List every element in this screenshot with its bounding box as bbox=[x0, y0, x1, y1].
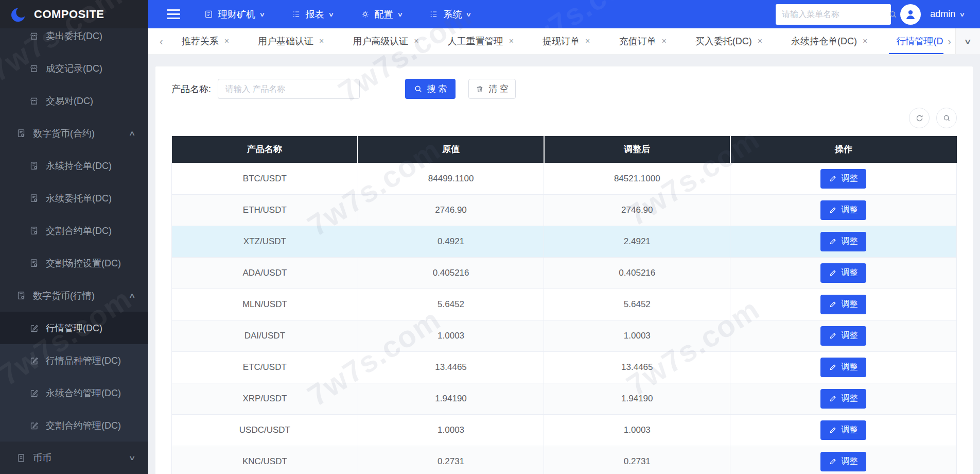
tab-label: 永续持仓单(DC) bbox=[791, 35, 857, 47]
table-row: USDC/USDT 1.0003 1.0003 调整 bbox=[172, 414, 957, 446]
username: admin bbox=[930, 9, 955, 20]
cell-actions: 调整 bbox=[730, 163, 957, 194]
tab[interactable]: 充值订单 × bbox=[604, 28, 680, 54]
sidebar-item[interactable]: 币币 ∨ bbox=[0, 442, 148, 474]
cell-adjusted-value: 13.4465 bbox=[544, 351, 730, 383]
sidebar-item[interactable]: 交割合约单(DC) bbox=[0, 214, 148, 247]
sidebar-item-label: 行情管理(DC) bbox=[46, 322, 102, 334]
user-menu[interactable]: admin ∨ bbox=[930, 9, 965, 20]
tab-label: 提现订单 bbox=[542, 35, 580, 47]
sidebar-item[interactable]: 永续持仓单(DC) bbox=[0, 149, 148, 182]
system-icon bbox=[429, 9, 439, 19]
adjust-button[interactable]: 调整 bbox=[820, 420, 866, 440]
cell-adjusted-value: 1.0003 bbox=[544, 320, 730, 351]
top-navbar: COMPOSITE 理财矿机 ∨ 报表 ∨ 配置 ∨ 系统 ∨ bbox=[0, 0, 980, 28]
sidebar-item[interactable]: 卖出委托(DC) bbox=[0, 28, 148, 52]
tab-close-icon[interactable]: × bbox=[585, 37, 590, 46]
tab-close-icon[interactable]: × bbox=[319, 37, 324, 46]
cell-original-value: 1.94190 bbox=[358, 383, 544, 414]
table-row: MLN/USDT 5.6452 5.6452 调整 bbox=[172, 289, 957, 320]
tab[interactable]: 用户基础认证 × bbox=[243, 28, 338, 54]
gear-icon bbox=[360, 9, 370, 19]
tab-close-icon[interactable]: × bbox=[509, 37, 514, 46]
tab[interactable]: 行情管理(DC) × bbox=[882, 28, 943, 54]
search-icon[interactable] bbox=[888, 10, 898, 19]
menu-search-box[interactable] bbox=[776, 4, 891, 25]
tab-close-icon[interactable]: × bbox=[224, 37, 229, 46]
clear-button[interactable]: 清 空 bbox=[468, 79, 516, 99]
tab-bar: ‹ 推荐关系 × 用户基础认证 × 用户高级认证 × 人工重置管理 × 提现订单… bbox=[148, 28, 980, 55]
tab[interactable]: 永续持仓单(DC) × bbox=[777, 28, 882, 54]
adjust-button[interactable]: 调整 bbox=[820, 358, 866, 377]
adjust-button-label: 调整 bbox=[842, 362, 858, 373]
tab-close-icon[interactable]: × bbox=[661, 37, 666, 46]
tabs-scroll-right-icon[interactable]: › bbox=[943, 36, 955, 47]
tab[interactable]: 用户高级认证 × bbox=[338, 28, 433, 54]
table-toolbar bbox=[171, 108, 957, 128]
cell-product: DAI/USDT bbox=[172, 320, 358, 351]
tab-close-icon[interactable]: × bbox=[863, 37, 867, 46]
tabs-scroll-left-icon[interactable]: ‹ bbox=[155, 36, 167, 47]
adjust-button-label: 调整 bbox=[842, 456, 858, 467]
chevron-down-icon: ∨ bbox=[959, 11, 965, 18]
column-search-icon[interactable] bbox=[936, 108, 957, 128]
top-menu-item[interactable]: 系统 ∨ bbox=[429, 8, 471, 21]
product-name-input[interactable] bbox=[218, 79, 360, 99]
top-menu-item[interactable]: 报表 ∨ bbox=[291, 8, 334, 21]
top-menu-item[interactable]: 理财矿机 ∨ bbox=[204, 8, 265, 21]
adjust-button[interactable]: 调整 bbox=[820, 295, 866, 314]
adjust-button[interactable]: 调整 bbox=[820, 263, 866, 283]
top-menu-item[interactable]: 配置 ∨ bbox=[360, 8, 402, 21]
sidebar-item[interactable]: 数字货币(合约) ∧ bbox=[0, 117, 148, 149]
table-row: ETC/USDT 13.4465 13.4465 调整 bbox=[172, 351, 957, 383]
sidebar-item[interactable]: 永续合约管理(DC) bbox=[0, 377, 148, 409]
cell-adjusted-value: 2.4921 bbox=[544, 226, 730, 257]
adjust-button[interactable]: 调整 bbox=[820, 389, 866, 409]
tabs-dropdown-button[interactable]: ∨ bbox=[955, 28, 980, 54]
tab-label: 充值订单 bbox=[619, 35, 656, 47]
avatar[interactable] bbox=[900, 4, 921, 25]
adjust-button[interactable]: 调整 bbox=[820, 232, 866, 251]
tab-close-icon[interactable]: × bbox=[758, 37, 762, 46]
table-header-cell: 操作 bbox=[730, 136, 957, 163]
refresh-icon[interactable] bbox=[909, 108, 930, 128]
sql-icon bbox=[16, 128, 26, 139]
chevron-down-icon: ∨ bbox=[259, 11, 265, 18]
cell-original-value: 1.0003 bbox=[358, 320, 544, 351]
tab[interactable]: 人工重置管理 × bbox=[433, 28, 528, 54]
sidebar-item[interactable]: 永续委托单(DC) bbox=[0, 182, 148, 214]
adjust-button[interactable]: 调整 bbox=[820, 169, 866, 189]
search-button[interactable]: 搜 索 bbox=[405, 79, 456, 99]
doc-icon bbox=[16, 453, 26, 463]
adjust-button[interactable]: 调整 bbox=[820, 326, 866, 346]
tab[interactable]: 买入委托(DC) × bbox=[681, 28, 777, 54]
adjust-button[interactable]: 调整 bbox=[820, 200, 866, 220]
hamburger-icon[interactable] bbox=[167, 9, 180, 19]
sidebar-item[interactable]: 行情管理(DC) bbox=[0, 312, 148, 344]
main-nav: 理财矿机 ∨ 报表 ∨ 配置 ∨ 系统 ∨ admin ∨ bbox=[148, 0, 980, 28]
top-menu-item-label: 报表 bbox=[306, 8, 324, 21]
sql-icon bbox=[29, 226, 39, 236]
sidebar-item[interactable]: 数字货币(行情) ∧ bbox=[0, 279, 148, 312]
table-row: XRP/USDT 1.94190 1.94190 调整 bbox=[172, 383, 957, 414]
adjust-button-label: 调整 bbox=[842, 236, 858, 247]
tab[interactable]: 推荐关系 × bbox=[167, 28, 243, 54]
adjust-button[interactable]: 调整 bbox=[820, 452, 866, 471]
table-row: BTC/USDT 84499.1100 84521.1000 调整 bbox=[172, 163, 957, 194]
sidebar-item[interactable]: 交割场控设置(DC) bbox=[0, 247, 148, 279]
sidebar-item[interactable]: 成交记录(DC) bbox=[0, 52, 148, 84]
adjust-button-label: 调整 bbox=[842, 330, 858, 341]
chevron-down-icon: ∨ bbox=[466, 11, 472, 18]
table-header-cell: 原值 bbox=[358, 136, 544, 163]
cell-adjusted-value: 84521.1000 bbox=[544, 163, 730, 194]
sidebar-item-label: 卖出委托(DC) bbox=[46, 30, 102, 42]
sql-icon bbox=[29, 193, 39, 204]
sidebar-item[interactable]: 行情品种管理(DC) bbox=[0, 344, 148, 377]
tab[interactable]: 提现订单 × bbox=[528, 28, 604, 54]
sidebar-item[interactable]: 交割合约管理(DC) bbox=[0, 409, 148, 442]
sidebar-item[interactable]: 交易对(DC) bbox=[0, 84, 148, 117]
menu-search-input[interactable] bbox=[782, 10, 888, 19]
tab-close-icon[interactable]: × bbox=[414, 37, 418, 46]
cell-product: USDC/USDT bbox=[172, 414, 358, 446]
sidebar-item-label: 永续持仓单(DC) bbox=[46, 160, 112, 172]
